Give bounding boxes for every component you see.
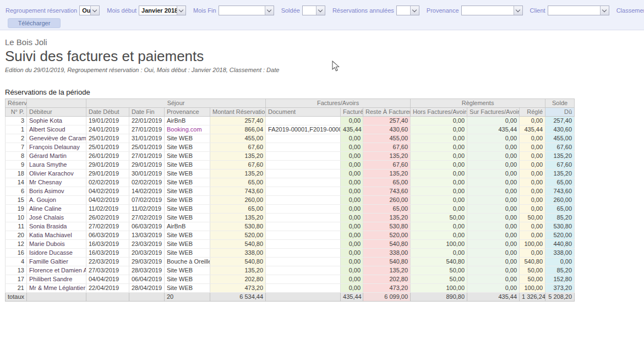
filter-classement: Classement Date bbox=[616, 6, 644, 15]
table-cell: 20 bbox=[6, 231, 27, 240]
mois-fin-select[interactable] bbox=[219, 6, 274, 15]
table-cell: 12 bbox=[6, 240, 27, 249]
table-cell: 0,00 bbox=[467, 169, 520, 178]
table-cell: 540,80 bbox=[520, 258, 545, 266]
table-cell: 0,00 bbox=[467, 117, 520, 125]
report-area: Le Bois Joli Suivi des factures et paiem… bbox=[0, 30, 644, 302]
table-cell: 67,60 bbox=[545, 143, 575, 152]
table-cell: 338,00 bbox=[363, 249, 411, 258]
table-cell: 27/02/2019 bbox=[86, 222, 129, 231]
table-cell: 0,00 bbox=[467, 205, 520, 214]
table-cell: 135,20 bbox=[363, 214, 411, 222]
totals-cell: 6 534,44 bbox=[210, 293, 266, 302]
table-row[interactable]: 21Mr & Mme Léglantier22/04/201928/04/201… bbox=[6, 284, 575, 293]
table-cell bbox=[266, 214, 341, 222]
table-row[interactable]: 16Isidore Ducasse16/03/201920/03/2019Sit… bbox=[6, 249, 575, 258]
table-cell: 435,44 bbox=[520, 125, 545, 134]
regroupement-select[interactable]: Oui bbox=[79, 6, 100, 15]
table-row[interactable]: 1Albert Sicoud24/01/201927/01/2019Bookin… bbox=[6, 125, 575, 134]
table-cell: 0,00 bbox=[411, 187, 467, 196]
table-cell bbox=[266, 117, 341, 125]
table-cell: Site WEB bbox=[165, 134, 210, 143]
table-cell: Bouche à Oreille bbox=[165, 258, 210, 266]
table-row[interactable]: 17Philibert Sandre04/04/201906/04/2019Si… bbox=[6, 275, 575, 284]
chevron-down-icon[interactable] bbox=[177, 6, 185, 15]
chevron-down-icon[interactable] bbox=[316, 6, 325, 15]
table-cell: 67,60 bbox=[210, 143, 266, 152]
table-cell: 430,60 bbox=[363, 125, 411, 134]
totals-cell: 890,80 bbox=[411, 293, 467, 302]
reservations-annulees-select[interactable] bbox=[396, 6, 419, 15]
mois-debut-value: Janvier 2018 bbox=[139, 6, 177, 15]
table-cell: Site WEB bbox=[165, 196, 210, 205]
chevron-down-icon[interactable] bbox=[265, 6, 274, 15]
chevron-down-icon[interactable] bbox=[600, 6, 609, 15]
mois-debut-select[interactable]: Janvier 2018 bbox=[139, 6, 186, 15]
table-cell: 520,00 bbox=[210, 231, 266, 240]
table-cell: 0,00 bbox=[341, 266, 363, 275]
soldee-select[interactable] bbox=[302, 6, 325, 15]
table-cell bbox=[266, 152, 341, 161]
table-row[interactable]: 10José Chalais26/02/201927/02/2019Site W… bbox=[6, 214, 575, 222]
table-row[interactable]: 7François Delaunay25/01/201925/01/2019Si… bbox=[6, 143, 575, 152]
table-cell: AirBnB bbox=[165, 117, 210, 125]
totals-cell: 20 bbox=[165, 293, 210, 302]
download-button[interactable]: Télécharger bbox=[8, 18, 61, 28]
table-cell: 19 bbox=[6, 205, 27, 214]
client-select[interactable] bbox=[548, 6, 609, 15]
table-cell: 65,00 bbox=[363, 178, 411, 187]
table-row[interactable]: 9Laura Smythe29/01/201929/01/2019Site WE… bbox=[6, 161, 575, 169]
table-cell: 530,80 bbox=[210, 222, 266, 231]
table-row[interactable]: 11Sonia Brasida27/02/201906/03/2019AirBn… bbox=[6, 222, 575, 231]
table-cell: 06/04/2019 bbox=[129, 275, 165, 284]
table-row[interactable]: 12Marie Dubois16/03/201923/03/2019Site W… bbox=[6, 240, 575, 249]
table-row[interactable]: 8Gérard Martin26/01/201927/01/2019Site W… bbox=[6, 152, 575, 161]
table-cell: 65,00 bbox=[545, 178, 575, 187]
table-row[interactable]: 3Sophie Kota19/01/201922/01/2019AirBnB25… bbox=[6, 117, 575, 125]
provenance-select[interactable] bbox=[461, 6, 523, 15]
chevron-down-icon[interactable] bbox=[410, 6, 419, 15]
table-cell bbox=[266, 249, 341, 258]
chevron-down-icon[interactable] bbox=[514, 6, 522, 15]
table-cell: 100,00 bbox=[411, 284, 467, 293]
table-row[interactable]: 20Katia Machiavel06/03/201913/03/2019Sit… bbox=[6, 231, 575, 240]
table-cell: 435,44 bbox=[467, 125, 520, 134]
table-cell: 0,00 bbox=[341, 152, 363, 161]
table-cell: 455,00 bbox=[363, 134, 411, 143]
totals-cell: 5 208,20 bbox=[545, 293, 575, 302]
table-row[interactable]: 14Mr Chesnay02/02/201902/02/2019Site WEB… bbox=[6, 178, 575, 187]
table-row[interactable]: 4Famille Galtier22/03/201929/03/2019Bouc… bbox=[6, 258, 575, 266]
company-name: Le Bois Joli bbox=[5, 37, 644, 47]
table-row[interactable]: 6Boris Asimov04/02/201914/02/2019Site WE… bbox=[6, 187, 575, 196]
table-cell: 0,00 bbox=[467, 231, 520, 240]
table-cell: 13 bbox=[6, 266, 27, 275]
table-cell: 0,00 bbox=[467, 214, 520, 222]
table-cell: 3 bbox=[6, 117, 27, 125]
table-cell bbox=[266, 134, 341, 143]
table-cell: 135,20 bbox=[545, 169, 575, 178]
table-cell: 0,00 bbox=[467, 240, 520, 249]
table-cell: 0,00 bbox=[341, 240, 363, 249]
table-cell bbox=[266, 266, 341, 275]
table-cell: 67,60 bbox=[545, 161, 575, 169]
column-group-header: Factures/Avoirs bbox=[266, 99, 411, 108]
table-cell: 0,00 bbox=[467, 161, 520, 169]
table-row[interactable]: 2Geneviève de Carambe25/01/201931/01/201… bbox=[6, 134, 575, 143]
table-cell bbox=[266, 258, 341, 266]
table-cell: 16/03/2019 bbox=[86, 249, 129, 258]
table-cell: 0,00 bbox=[520, 117, 545, 125]
table-cell: 26/01/2019 bbox=[86, 152, 129, 161]
filter-mois-fin: Mois Fin bbox=[193, 6, 274, 15]
column-group-header: Règlements bbox=[411, 99, 545, 108]
table-cell: 135,20 bbox=[210, 169, 266, 178]
table-cell: 23/03/2019 bbox=[129, 240, 165, 249]
table-cell: 540,80 bbox=[363, 258, 411, 266]
table-row[interactable]: 18Olivier Karachov29/01/201930/01/2019Si… bbox=[6, 169, 575, 178]
chevron-down-icon[interactable] bbox=[90, 6, 99, 15]
filter-mois-fin-label: Mois Fin bbox=[193, 7, 216, 14]
table-cell bbox=[266, 178, 341, 187]
table-row[interactable]: 19Aline Caline11/02/201911/02/2019Site W… bbox=[6, 205, 575, 214]
table-cell: 0,00 bbox=[545, 258, 575, 266]
table-row[interactable]: 15A. Goujon04/02/201907/02/2019Site WEB2… bbox=[6, 196, 575, 205]
table-row[interactable]: 13Florence et Damien Allais27/03/201928/… bbox=[6, 266, 575, 275]
